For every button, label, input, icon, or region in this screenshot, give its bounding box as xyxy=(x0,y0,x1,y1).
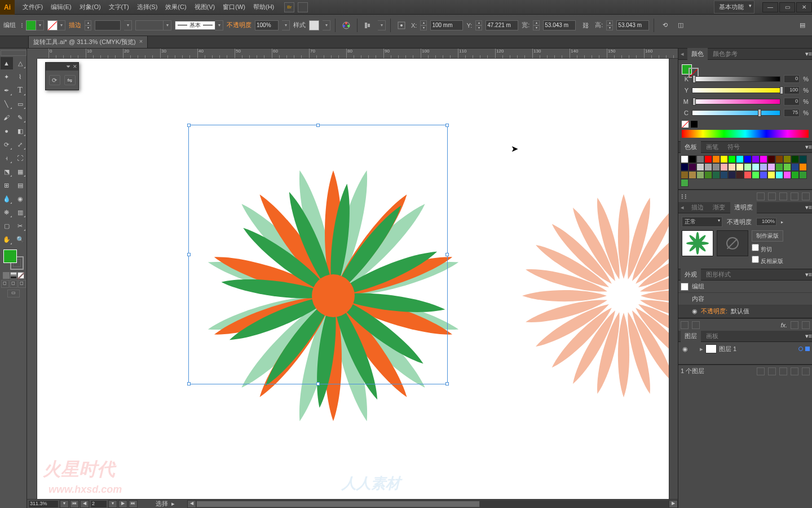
swatch-menu-icon[interactable] xyxy=(757,192,765,200)
transparency-thumb[interactable] xyxy=(682,230,713,256)
swatch[interactable] xyxy=(712,163,720,171)
eyedropper-tool[interactable]: 💧 xyxy=(1,192,13,205)
window-close[interactable]: ✕ xyxy=(796,2,812,12)
blend-mode-select[interactable]: 正常 xyxy=(682,217,722,227)
swatch[interactable] xyxy=(696,155,704,163)
swatch[interactable] xyxy=(728,171,736,179)
tab-gradient[interactable]: 渐变 xyxy=(709,202,729,213)
swatch[interactable] xyxy=(720,155,728,163)
stroke-swatch[interactable] xyxy=(47,20,58,30)
swatch[interactable] xyxy=(783,171,791,179)
window-maximize[interactable]: ▭ xyxy=(779,2,795,12)
bridge-icon[interactable]: Br xyxy=(284,2,294,12)
swatch[interactable] xyxy=(783,163,791,171)
gradient-mode[interactable] xyxy=(10,272,17,279)
pencil-tool[interactable]: ✎ xyxy=(14,111,27,124)
prev-artboard[interactable]: ◀ xyxy=(80,500,89,508)
tab-layers[interactable]: 图层 xyxy=(681,330,701,342)
swatch[interactable] xyxy=(720,171,728,179)
symbol-sprayer-tool[interactable]: ❋ xyxy=(1,206,13,218)
first-artboard[interactable]: ⏮ xyxy=(70,500,79,508)
appear-del-icon[interactable] xyxy=(802,321,810,329)
panel-opacity-input[interactable]: 100% xyxy=(756,218,776,226)
menu-object[interactable]: 对象(O) xyxy=(76,1,104,14)
swatch[interactable] xyxy=(736,171,744,179)
last-artboard[interactable]: ⏭ xyxy=(129,500,138,508)
artboard-tool[interactable]: ▢ xyxy=(1,220,13,232)
tab-symbols[interactable]: 符号 xyxy=(723,141,744,153)
mesh-tool[interactable]: ⊞ xyxy=(1,179,13,191)
swatch-lib-icon[interactable]: ⫶⫶ xyxy=(681,192,687,200)
new-swatch-icon[interactable] xyxy=(791,192,798,200)
paintbrush-tool[interactable]: 🖌 xyxy=(1,111,13,124)
canvas[interactable]: ➤ 火星时代 www.hxsd.com 人人素材 xyxy=(37,59,669,499)
tab-transparency[interactable]: 透明度 xyxy=(730,202,757,213)
swatch[interactable] xyxy=(696,163,704,171)
color-mode[interactable] xyxy=(3,272,10,279)
tab-appearance[interactable]: 外观 xyxy=(681,269,701,281)
layer-name[interactable]: 图层 1 xyxy=(719,345,736,353)
swatch[interactable] xyxy=(791,171,799,179)
draw-inside[interactable]: ◻ xyxy=(18,280,26,288)
workspace-selector[interactable]: 基本功能 xyxy=(714,1,754,14)
fill-dropdown[interactable] xyxy=(36,20,44,30)
w-input[interactable]: 53.043 m xyxy=(543,20,576,30)
next-artboard[interactable]: ▶ xyxy=(118,500,127,508)
blob-brush-tool[interactable]: ● xyxy=(1,125,13,137)
tearoff-collapse[interactable]: ⏷ xyxy=(66,64,71,69)
swatch[interactable] xyxy=(728,163,736,171)
stroke-label[interactable]: 描边 xyxy=(69,21,81,29)
graphic-style[interactable] xyxy=(309,20,319,30)
w-stepper[interactable]: ▴▾ xyxy=(533,20,540,30)
zoom-tool[interactable]: 🔍 xyxy=(14,233,27,246)
document-tab[interactable]: 旋转工具.ai* @ 311.3% (CMYK/预览) × xyxy=(28,36,148,48)
opacity-label[interactable]: 不透明度 xyxy=(227,21,251,29)
graph-tool[interactable]: ▥ xyxy=(14,206,27,218)
recolor-icon[interactable] xyxy=(340,19,352,32)
swatch[interactable] xyxy=(689,163,696,171)
tab-artboards[interactable]: 画板 xyxy=(702,330,722,342)
eraser-tool[interactable]: ◧ xyxy=(14,125,27,137)
delete-swatch-icon[interactable] xyxy=(802,192,810,200)
swatch[interactable] xyxy=(681,171,689,179)
menu-file[interactable]: 文件(F) xyxy=(19,1,46,14)
scale-tool[interactable]: ⤢ xyxy=(14,138,27,151)
swatch[interactable] xyxy=(760,163,767,171)
transform-icon[interactable]: ⟲ xyxy=(659,19,671,32)
layer-visibility-icon[interactable]: ◉ xyxy=(681,345,690,353)
new-group-icon[interactable] xyxy=(779,192,787,200)
tab-brushes[interactable]: 画笔 xyxy=(702,141,722,153)
direct-selection-tool[interactable]: △ xyxy=(14,57,27,69)
shape-builder-tool[interactable]: ⬔ xyxy=(1,165,13,178)
menu-effect[interactable]: 效果(C) xyxy=(162,1,189,14)
selection-bounds[interactable] xyxy=(188,125,448,384)
swatch[interactable] xyxy=(744,171,752,179)
swatch[interactable] xyxy=(736,163,744,171)
swatch[interactable] xyxy=(799,171,807,179)
ref-point[interactable] xyxy=(395,19,408,32)
swatch[interactable] xyxy=(791,163,799,171)
draw-behind[interactable]: ◻ xyxy=(10,280,17,288)
var-width-profile[interactable] xyxy=(135,20,164,30)
h-stepper[interactable]: ▴▾ xyxy=(606,20,613,30)
menu-help[interactable]: 帮助(H) xyxy=(250,1,277,14)
menu-view[interactable]: 视图(V) xyxy=(191,1,219,14)
swatch[interactable] xyxy=(783,155,791,163)
make-clip-icon[interactable] xyxy=(768,367,776,375)
bw-swatch[interactable] xyxy=(691,121,698,128)
menu-type[interactable]: 文字(T) xyxy=(105,1,133,14)
swatch[interactable] xyxy=(704,171,712,179)
swatch[interactable] xyxy=(720,163,728,171)
rectangle-tool[interactable]: ▭ xyxy=(14,98,27,110)
swatch[interactable] xyxy=(736,155,744,163)
swatch[interactable] xyxy=(712,155,720,163)
new-sublayer-icon[interactable] xyxy=(779,367,787,375)
appear-dup-icon[interactable] xyxy=(692,321,700,329)
draw-normal[interactable]: ◻ xyxy=(1,280,9,288)
swatch[interactable] xyxy=(689,171,696,179)
ruler-horizontal[interactable]: 0102030405060708090100110120130140150160 xyxy=(37,49,678,59)
appearance-content[interactable]: 内容 xyxy=(692,295,704,303)
lasso-tool[interactable]: ⌇ xyxy=(14,71,27,83)
magic-wand-tool[interactable]: ✦ xyxy=(1,71,13,83)
color-spectrum[interactable] xyxy=(682,130,809,138)
